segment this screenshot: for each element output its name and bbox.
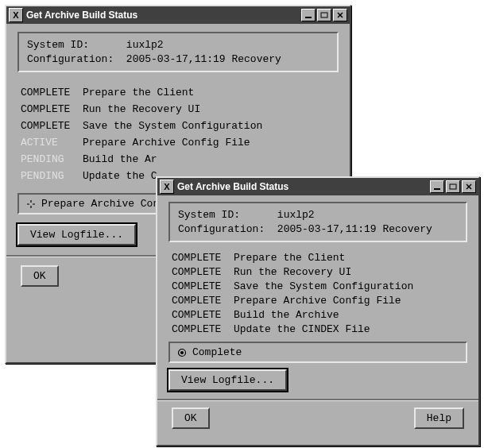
progress-label: Prepare Archive Conf (41, 198, 165, 210)
window-front: X Get Archive Build Status System ID: iu… (156, 176, 480, 446)
step-status: COMPLETE (172, 280, 234, 292)
step-status: COMPLETE (21, 103, 83, 115)
step-status: COMPLETE (21, 120, 83, 132)
window-title: Get Archive Build Status (177, 181, 430, 192)
step-row: COMPLETERun the Recovery UI (172, 266, 464, 278)
step-desc: Prepare Archive Config File (234, 295, 464, 307)
step-row: COMPLETESave the System Configuration (21, 120, 335, 132)
step-row: COMPLETESave the System Configuration (172, 280, 464, 292)
step-desc: Save the System Configuration (234, 280, 464, 292)
step-status: PENDING (21, 170, 83, 182)
steps-list-back: COMPLETEPrepare the ClientCOMPLETERun th… (21, 87, 335, 182)
step-desc: Update the CINDEX File (234, 323, 464, 335)
steps-list-front: COMPLETEPrepare the ClientCOMPLETERun th… (172, 252, 464, 335)
close-button[interactable] (462, 180, 476, 193)
step-row: PENDINGBuild the Ar (21, 153, 335, 165)
step-desc: Prepare the Client (83, 87, 335, 98)
step-status: ACTIVE (21, 137, 83, 149)
progress-label: Complete (192, 346, 242, 358)
system-info-box: System ID: iuxlp2 Configuration: 2005-03… (17, 32, 339, 72)
help-button[interactable]: Help (414, 407, 464, 429)
titlebar[interactable]: X Get Archive Build Status (157, 178, 478, 195)
sysid-label: System ID: (178, 209, 240, 221)
step-status: PENDING (21, 153, 83, 165)
window-title: Get Archive Build Status (26, 10, 301, 21)
step-desc: Prepare Archive Config File (83, 137, 335, 149)
step-row: COMPLETERun the Recovery UI (21, 103, 335, 115)
config-value: 2005-03-17,11:19 Recovery (126, 53, 281, 65)
titlebar[interactable]: X Get Archive Build Status (6, 6, 350, 24)
step-status: COMPLETE (172, 266, 234, 278)
svg-rect-5 (450, 184, 456, 189)
config-value: 2005-03-17,11:19 Recovery (277, 223, 432, 235)
separator (157, 399, 478, 401)
minimize-button[interactable] (301, 9, 316, 21)
close-button[interactable] (333, 9, 347, 21)
svg-rect-0 (305, 17, 312, 18)
spinner-icon (25, 199, 37, 210)
step-desc: Build the Ar (83, 153, 335, 165)
step-status: COMPLETE (172, 295, 234, 307)
system-info-box: System ID: iuxlp2 Configuration: 2005-03… (168, 202, 467, 242)
minimize-button[interactable] (430, 180, 444, 193)
svg-rect-4 (434, 188, 440, 190)
step-status: COMPLETE (172, 309, 234, 321)
step-row: COMPLETEPrepare Archive Config File (172, 295, 464, 307)
svg-rect-1 (321, 13, 327, 17)
step-desc: Build the Archive (234, 309, 464, 321)
step-desc: Save the System Configuration (83, 120, 335, 132)
sysid-value: iuxlp2 (277, 209, 315, 221)
config-label: Configuration: (178, 223, 265, 235)
step-desc: Run the Recovery UI (234, 266, 464, 278)
progress-box: Complete (168, 342, 467, 363)
ok-button[interactable]: OK (172, 407, 210, 429)
sysid-value: iuxlp2 (126, 39, 164, 51)
config-label: Configuration: (27, 53, 114, 65)
system-menu-icon[interactable]: X (160, 180, 174, 194)
step-row: ACTIVEPrepare Archive Config File (21, 137, 335, 149)
maximize-button[interactable] (446, 180, 460, 193)
step-row: COMPLETEUpdate the CINDEX File (172, 323, 464, 335)
system-menu-icon[interactable]: X (9, 8, 23, 22)
step-row: COMPLETEBuild the Archive (172, 309, 464, 321)
step-desc: Prepare the Client (234, 252, 464, 264)
view-logfile-button[interactable]: View Logfile... (17, 224, 136, 245)
svg-point-9 (180, 351, 184, 354)
step-status: COMPLETE (172, 323, 234, 335)
sysid-label: System ID: (27, 39, 89, 51)
step-status: COMPLETE (21, 87, 83, 98)
maximize-button[interactable] (317, 9, 331, 21)
complete-icon (176, 347, 188, 358)
ok-button[interactable]: OK (21, 265, 59, 287)
step-desc: Run the Recovery UI (83, 103, 335, 115)
step-row: COMPLETEPrepare the Client (172, 252, 464, 264)
step-row: COMPLETEPrepare the Client (21, 87, 335, 98)
step-status: COMPLETE (172, 252, 234, 264)
view-logfile-button[interactable]: View Logfile... (168, 369, 287, 391)
